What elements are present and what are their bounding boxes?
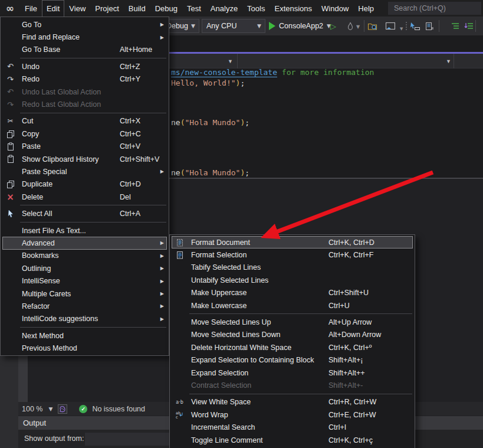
edit-menu-item-outlining[interactable]: Outlining▶: [2, 262, 167, 274]
menubar-item-build[interactable]: Build: [124, 0, 150, 17]
menubar-item-analyze[interactable]: Analyze: [206, 0, 242, 17]
advanced-submenu-item-toggle-line-comment[interactable]: Toggle Line CommentCtrl+K, Ctrl+ç: [172, 434, 413, 446]
menu-item-shortcut: Shift+Alt+¡: [328, 356, 363, 364]
format-selection-icon: [172, 251, 188, 259]
edit-menu-item-advanced[interactable]: Advanced▶: [2, 237, 167, 249]
edit-menu-item-refactor[interactable]: Refactor▶: [2, 300, 167, 312]
edit-menu-item-find-and-replace[interactable]: Find and Replace▶: [2, 31, 167, 43]
advanced-submenu-item-word-wrap[interactable]: abcWord WrapCtrl+E, Ctrl+W: [172, 408, 413, 421]
edit-menu-item-insert-file-as-text[interactable]: Insert File As Text...: [2, 224, 167, 237]
menu-item-shortcut: Alt+Up Arrow: [328, 318, 372, 326]
menubar: FileEditViewProjectBuildDebugTestAnalyze…: [20, 0, 379, 17]
menubar-item-edit[interactable]: Edit: [42, 0, 64, 17]
paste-icon: [2, 142, 18, 151]
menu-item-label: Next Method: [22, 332, 64, 340]
toolbar-separator: [439, 20, 439, 32]
edit-menu-item-cut[interactable]: ✂CutCtrl+X: [2, 115, 167, 127]
menubar-item-help[interactable]: Help: [353, 0, 379, 17]
code-line: ne("Hola Mundo");: [171, 168, 249, 178]
navbar-divider: [454, 54, 454, 68]
folder-search-icon[interactable]: [366, 21, 378, 31]
output-panel-title: Output: [23, 418, 46, 427]
advanced-submenu-item-format-document[interactable]: Format DocumentCtrl+K, Ctrl+D: [172, 236, 413, 248]
menubar-item-test[interactable]: Test: [182, 0, 206, 17]
edit-menu-item-paste-special[interactable]: Paste Special▶: [2, 165, 167, 178]
indent-lines-icon[interactable]: [449, 21, 461, 31]
menu-item-label: Duplicate: [22, 180, 52, 188]
advanced-submenu-item-expand-selection[interactable]: Expand SelectionShift+Alt++: [172, 367, 413, 379]
intellicode-button[interactable]: [58, 404, 67, 414]
view-white-space-icon: a·b: [172, 400, 188, 405]
chevron-down-icon[interactable]: ▼: [356, 24, 360, 30]
drag-handle-icon[interactable]: [406, 22, 407, 30]
chevron-down-icon[interactable]: ▼: [446, 58, 451, 64]
advanced-submenu-item-expand-selection-to-containing-block[interactable]: Expand Selection to Containing BlockShif…: [172, 354, 413, 367]
window-home-icon[interactable]: [385, 21, 396, 31]
advanced-submenu-item-make-uppercase[interactable]: Make UppercaseCtrl+Shift+U: [172, 287, 413, 299]
advanced-submenu-item-incremental-search[interactable]: Incremental SearchCtrl+I: [172, 421, 413, 433]
start-debugging-button[interactable]: ConsoleApp2 ▼: [269, 19, 331, 33]
advanced-submenu-item-make-lowercase[interactable]: Make LowercaseCtrl+U: [172, 299, 413, 312]
menu-item-shortcut: Del: [120, 193, 131, 201]
submenu-arrow-icon: ▶: [160, 291, 164, 296]
menu-item-label: Redo Last Global Action: [22, 100, 101, 109]
edit-menu-item-previous-method[interactable]: Previous Method: [2, 342, 167, 354]
redo-icon: ↷: [2, 75, 18, 84]
start-without-debugging-icon[interactable]: ▷: [330, 22, 336, 31]
pointer-box-icon[interactable]: [409, 21, 421, 31]
menubar-item-project[interactable]: Project: [90, 0, 123, 17]
advanced-submenu-item-contract-selection: Contract SelectionShift+Alt+-: [172, 379, 413, 391]
edit-menu-item-delete[interactable]: ×DeleteDel: [2, 191, 167, 203]
advanced-submenu-item-move-selected-lines-up[interactable]: Move Selected Lines UpAlt+Up Arrow: [172, 316, 413, 328]
chevron-down-icon[interactable]: ▼: [400, 27, 403, 31]
edit-menu-item-select-all[interactable]: Select AllCtrl+A: [2, 207, 167, 220]
edit-menu-item-go-to[interactable]: Go To▶: [2, 18, 167, 31]
advanced-submenu-item-tabify-selected-lines[interactable]: Tabify Selected Lines: [172, 261, 413, 274]
menu-item-label: Expand Selection: [191, 369, 248, 377]
menu-item-label: Show Clipboard History: [22, 155, 99, 163]
platform-value: Any CPU: [206, 22, 236, 30]
menu-item-label: Move Selected Lines Up: [191, 318, 271, 326]
zoom-selector[interactable]: 100 % ▼: [22, 405, 52, 413]
edit-menu-item-intellicode-suggestions[interactable]: IntelliCode suggestions▶: [2, 313, 167, 325]
search-input[interactable]: Search (Ctrl+Q): [388, 2, 481, 15]
code-hyperlink[interactable]: ms/new-console-template: [171, 68, 277, 77]
code-line: ne("Hola Mundo");: [171, 117, 249, 127]
edit-menu-item-bookmarks[interactable]: Bookmarks▶: [2, 250, 167, 262]
advanced-submenu-item-move-selected-lines-down[interactable]: Move Selected Lines DownAlt+Down Arrow: [172, 329, 413, 341]
menu-item-shortcut: Alt+Down Arrow: [328, 331, 381, 339]
hot-reload-icon[interactable]: [344, 21, 356, 31]
menu-item-label: Previous Method: [22, 344, 77, 352]
menu-item-label: Cut: [22, 117, 33, 125]
advanced-submenu-item-untabify-selected-lines[interactable]: Untabify Selected Lines: [172, 274, 413, 286]
advanced-submenu-item-delete-horizontal-white-space[interactable]: Delete Horizontal White SpaceCtrl+K, Ctr…: [172, 341, 413, 354]
cut-icon: ✂: [2, 117, 18, 125]
editor-gutter: [18, 356, 28, 402]
advanced-submenu-item-view-white-space[interactable]: a·bView White SpaceCtrl+R, Ctrl+W: [172, 396, 413, 408]
edit-menu-item-next-method[interactable]: Next Method: [2, 329, 167, 342]
edit-menu-item-multiple-carets[interactable]: Multiple Carets▶: [2, 287, 167, 300]
search-placeholder: Search (Ctrl+Q): [394, 4, 446, 12]
undo-icon: ↶: [2, 87, 18, 96]
edit-menu-item-redo[interactable]: ↷RedoCtrl+Y: [2, 73, 167, 86]
edit-menu-item-go-to-base[interactable]: Go To BaseAlt+Home: [2, 44, 167, 56]
chevron-down-icon[interactable]: ▼: [228, 58, 233, 64]
menubar-item-file[interactable]: File: [20, 0, 42, 17]
edit-menu-item-intellisense[interactable]: IntelliSense▶: [2, 274, 167, 287]
edit-menu-item-copy[interactable]: CopyCtrl+C: [2, 127, 167, 140]
edit-menu-item-paste[interactable]: PasteCtrl+V: [2, 140, 167, 153]
menubar-item-tools[interactable]: Tools: [242, 0, 270, 17]
solution-platform-dropdown[interactable]: Any CPU ▼: [202, 19, 265, 33]
issues-status-text[interactable]: No issues found: [92, 405, 145, 413]
sort-lines-icon[interactable]: [463, 21, 475, 31]
menu-item-shortcut: Ctrl+E, Ctrl+W: [328, 411, 376, 419]
edit-menu-item-duplicate[interactable]: DuplicateCtrl+D: [2, 178, 167, 191]
menubar-item-view[interactable]: View: [64, 0, 90, 17]
menubar-item-debug[interactable]: Debug: [150, 0, 182, 17]
menubar-item-window[interactable]: Window: [317, 0, 353, 17]
edit-menu-item-show-clipboard-history[interactable]: Show Clipboard HistoryCtrl+Shift+V: [2, 153, 167, 165]
advanced-submenu-item-format-selection[interactable]: Format SelectionCtrl+K, Ctrl+F: [172, 248, 413, 261]
document-lines-icon[interactable]: [423, 21, 435, 31]
edit-menu-item-undo[interactable]: ↶UndoCtrl+Z: [2, 60, 167, 73]
menubar-item-extensions[interactable]: Extensions: [270, 0, 317, 17]
